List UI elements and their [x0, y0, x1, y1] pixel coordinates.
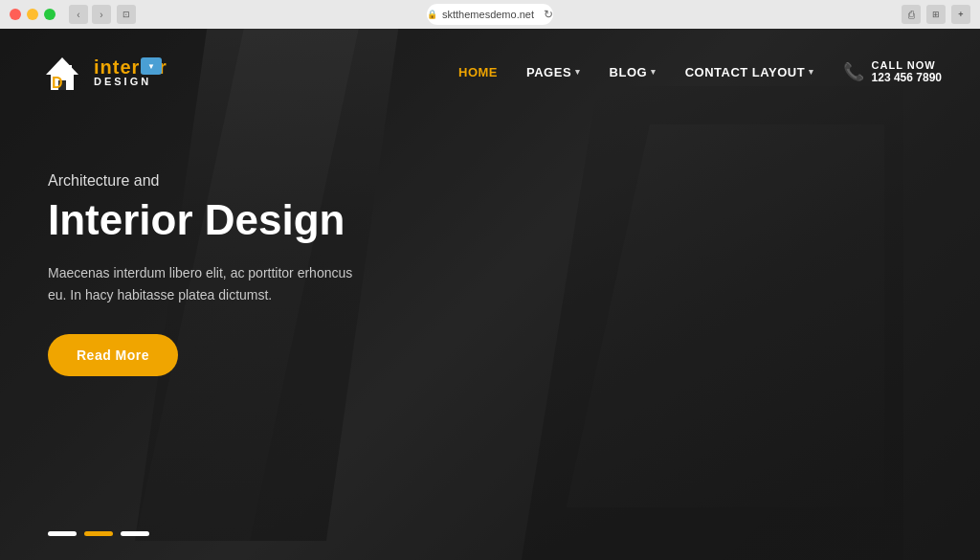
logo-design: DESIGN — [94, 77, 167, 87]
hero-content: Architecture and Interior Design Maecena… — [0, 115, 980, 414]
call-number: 123 456 7890 — [872, 71, 942, 84]
slider-dot-3[interactable] — [121, 531, 149, 536]
forward-button[interactable]: › — [92, 5, 111, 24]
maximize-button[interactable] — [44, 9, 56, 20]
minimize-button[interactable] — [27, 9, 38, 20]
bookmark-button[interactable]: ⊞ — [926, 5, 946, 24]
call-label: CALL NOW — [872, 59, 942, 71]
url-text: sktthemesdemo.net — [442, 9, 534, 20]
hero-description: Maecenas interdum libero elit, ac portti… — [48, 262, 412, 305]
hero-title: Interior Design — [48, 197, 932, 243]
svg-marker-0 — [46, 57, 78, 75]
slider-dot-2[interactable] — [84, 531, 113, 536]
nav-pages[interactable]: PAGES ▾ — [526, 65, 581, 79]
dropdown-indicator[interactable] — [141, 57, 162, 75]
pages-chevron-icon: ▾ — [575, 67, 581, 77]
browser-action-buttons: ⎙ ⊞ + — [902, 5, 970, 24]
nav-call: 📞 CALL NOW 123 456 7890 — [843, 59, 942, 84]
share-button[interactable]: ⎙ — [902, 5, 921, 24]
logo-icon: D — [38, 48, 86, 96]
refresh-icon[interactable]: ↻ — [544, 8, 553, 21]
slider-dot-1[interactable] — [48, 531, 77, 536]
contact-chevron-icon: ▾ — [809, 67, 814, 77]
new-tab-button[interactable]: + — [951, 5, 970, 24]
nav-home[interactable]: HOME — [458, 65, 498, 79]
webpage: D interior DESIGN HOME PAGES ▾ BLOG ▾ — [0, 29, 980, 560]
sidebar-toggle-button[interactable]: ⊡ — [117, 5, 136, 24]
svg-rect-4 — [67, 65, 72, 73]
browser-nav-buttons: ‹ › — [69, 5, 111, 24]
phone-icon: 📞 — [843, 61, 864, 82]
window-chrome: ‹ › ⊡ 🔒 sktthemesdemo.net ↻ ⎙ ⊞ + — [0, 0, 980, 29]
lock-icon: 🔒 — [427, 10, 437, 19]
call-text: CALL NOW 123 456 7890 — [872, 59, 942, 84]
slider-dots — [48, 531, 149, 536]
hero-desc-line1: Maecenas interdum libero elit, ac portti… — [48, 265, 352, 280]
address-bar[interactable]: 🔒 sktthemesdemo.net ↻ — [427, 4, 553, 25]
hero-subtitle: Architecture and — [48, 172, 932, 190]
back-button[interactable]: ‹ — [69, 5, 88, 24]
read-more-button[interactable]: Read More — [48, 334, 178, 376]
nav-links: HOME PAGES ▾ BLOG ▾ CONTACT LAYOUT ▾ — [458, 65, 814, 79]
svg-text:D: D — [52, 75, 63, 91]
blog-chevron-icon: ▾ — [651, 67, 657, 77]
nav-blog[interactable]: BLOG ▾ — [610, 65, 657, 79]
close-button[interactable] — [10, 9, 21, 20]
hero-desc-line2: eu. In hacy habitasse platea dictumst. — [48, 287, 272, 302]
nav-contact[interactable]: CONTACT LAYOUT ▾ — [685, 65, 814, 79]
